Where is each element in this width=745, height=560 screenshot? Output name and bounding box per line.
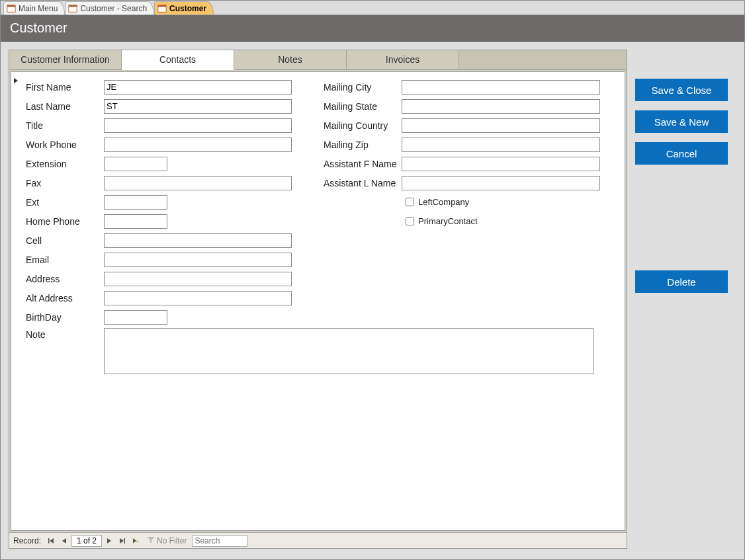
svg-marker-10 [107,538,111,543]
right-column: Mailing City Mailing State Mailing Count… [324,77,601,327]
primary-contact-checkbox[interactable] [406,217,414,225]
no-filter-label: No Filter [157,536,187,545]
note-field[interactable] [104,328,593,374]
save-new-button[interactable]: Save & New [635,110,728,133]
label-mailing-zip: Mailing Zip [324,140,402,150]
assistant-fname-field[interactable] [402,157,600,171]
work-phone-field[interactable] [104,138,292,152]
svg-rect-5 [158,5,166,7]
no-filter-indicator: No Filter [147,536,187,545]
cancel-button[interactable]: Cancel [635,142,728,165]
svg-marker-11 [120,538,124,543]
label-last-name: Last Name [26,101,104,112]
home-phone-field[interactable] [104,214,167,229]
label-work-phone: Work Phone [26,140,104,150]
label-mailing-city: Mailing City [324,82,402,93]
svg-marker-9 [62,538,66,543]
label-assistant-fname: Assistant F Name [324,159,402,169]
last-name-field[interactable] [104,99,292,114]
app-window: Main Menu Customer - Search Customer Cus… [0,0,745,560]
record-position-input[interactable] [71,535,102,547]
svg-text:✶: ✶ [136,540,139,543]
label-home-phone: Home Phone [26,216,104,227]
record-navigator: Record: ✶ No Filter [9,532,627,548]
tab-notes[interactable]: Notes [234,50,347,69]
mailing-country-field[interactable] [402,118,600,133]
label-alt-address: Alt Address [26,293,104,303]
svg-marker-15 [148,537,154,543]
svg-marker-6 [14,78,18,83]
inner-tabs: Customer Information Contacts Notes Invo… [9,50,627,70]
tab-contacts[interactable]: Contacts [122,50,234,70]
doc-tab-label: Main Menu [19,4,58,13]
extension-field[interactable] [104,157,167,171]
label-assistant-lname: Assistant L Name [324,178,402,188]
label-primary-contact: PrimaryContact [418,216,478,226]
current-record-marker-icon [13,76,22,85]
label-left-company: LeftCompany [418,197,469,207]
mailing-city-field[interactable] [402,80,600,95]
title-field[interactable] [104,118,292,133]
form-header: Customer [1,15,744,42]
label-ext: Ext [26,197,104,208]
label-note: Note [26,328,104,340]
tab-customer-information[interactable]: Customer Information [9,50,122,69]
doc-tab-label: Customer [169,4,206,13]
email-field[interactable] [104,253,292,267]
label-birthday: BirthDay [26,312,104,323]
form-body: First Name Last Name Title Work Phone Ex… [11,71,625,531]
left-company-checkbox[interactable] [406,198,414,206]
label-email: Email [26,255,104,265]
nav-new-icon[interactable]: ✶ [130,535,142,547]
first-name-field[interactable] [104,80,292,95]
svg-rect-12 [124,538,126,543]
left-column: First Name Last Name Title Work Phone Ex… [26,77,304,327]
fax-field[interactable] [104,176,292,190]
form-icon [7,4,16,13]
nav-prev-icon[interactable] [58,535,70,547]
form-area: Customer Information Contacts Notes Invo… [9,50,627,549]
form-icon [157,4,167,13]
nav-last-icon[interactable] [116,535,128,547]
cell-field[interactable] [104,233,292,248]
svg-rect-7 [48,538,50,543]
assistant-lname-field[interactable] [402,176,600,190]
filter-icon [147,536,155,545]
label-cell: Cell [26,235,104,246]
page-title: Customer [10,20,67,36]
ext-field[interactable] [104,195,167,210]
nav-first-icon[interactable] [45,535,57,547]
side-buttons-spacer [635,174,736,261]
delete-button[interactable]: Delete [635,270,728,293]
svg-marker-8 [50,538,54,543]
label-fax: Fax [26,178,104,188]
address-field[interactable] [104,272,292,286]
label-first-name: First Name [26,82,104,93]
tab-invoices[interactable]: Invoices [347,50,459,69]
doc-tab-main-menu[interactable]: Main Menu [3,1,65,15]
form-icon [68,4,77,13]
record-search-input[interactable] [192,535,247,547]
nav-next-icon[interactable] [103,535,115,547]
label-mailing-country: Mailing Country [324,120,402,131]
save-close-button[interactable]: Save & Close [635,79,728,101]
side-buttons: Save & Close Save & New Cancel Delete [635,50,736,549]
form-columns: First Name Last Name Title Work Phone Ex… [26,77,618,327]
doc-tab-customer[interactable]: Customer [154,1,214,15]
label-title: Title [26,120,104,131]
label-extension: Extension [26,159,104,169]
svg-rect-1 [7,5,15,7]
doc-tab-customer-search[interactable]: Customer - Search [65,1,154,15]
record-label: Record: [13,536,41,545]
svg-rect-3 [69,5,77,7]
mailing-zip-field[interactable] [402,138,600,152]
main-row: Customer Information Contacts Notes Invo… [1,42,744,555]
note-row: Note [26,328,618,374]
alt-address-field[interactable] [104,291,292,305]
document-tabs: Main Menu Customer - Search Customer [1,1,744,15]
birthday-field[interactable] [104,310,167,325]
inner-tabs-spacer [459,50,627,69]
label-address: Address [26,274,104,284]
mailing-state-field[interactable] [402,99,600,114]
label-mailing-state: Mailing State [324,101,402,112]
